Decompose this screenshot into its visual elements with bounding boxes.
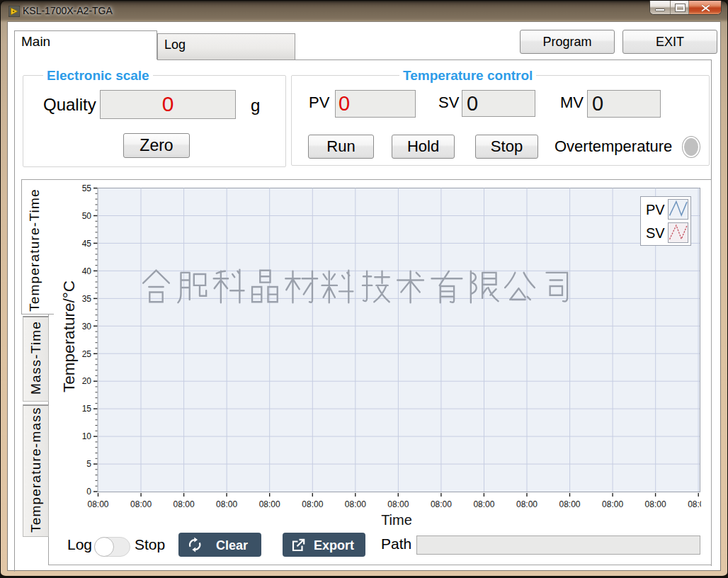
svg-text:08:00: 08:00 [302,499,323,509]
svg-text:08:00: 08:00 [559,499,580,509]
svg-text:08:00: 08:00 [602,499,623,509]
svg-text:08:00: 08:00 [174,499,195,509]
svg-text:08:00: 08:00 [645,499,666,509]
svg-text:25: 25 [82,349,92,359]
svg-text:08:00: 08:00 [345,499,366,509]
svg-text:Time: Time [381,512,412,528]
svg-text:40: 40 [82,266,92,276]
svg-text:15: 15 [82,404,92,414]
svg-text:20: 20 [82,376,92,386]
svg-text:55: 55 [82,183,92,193]
svg-text:10: 10 [82,431,92,441]
svg-text:08:00: 08:00 [130,499,152,509]
svg-text:08:00: 08:00 [259,499,280,509]
svg-text:08:00: 08:00 [473,499,494,509]
svg-text:08:00: 08:00 [87,499,108,509]
svg-text:45: 45 [82,239,92,249]
svg-text:08:00: 08:00 [216,499,237,509]
svg-text:0: 0 [86,487,91,497]
svg-text:35: 35 [82,294,92,304]
svg-text:PV: PV [646,202,665,217]
svg-text:08:00: 08:00 [431,499,452,509]
svg-text:SV: SV [646,225,665,241]
svg-text:08:00: 08:00 [387,499,409,509]
svg-text:Temperature/°C: Temperature/°C [60,280,78,392]
svg-text:30: 30 [82,322,92,332]
svg-text:5: 5 [86,459,91,469]
svg-text:08:00: 08:00 [516,499,538,509]
svg-text:50: 50 [82,211,92,221]
